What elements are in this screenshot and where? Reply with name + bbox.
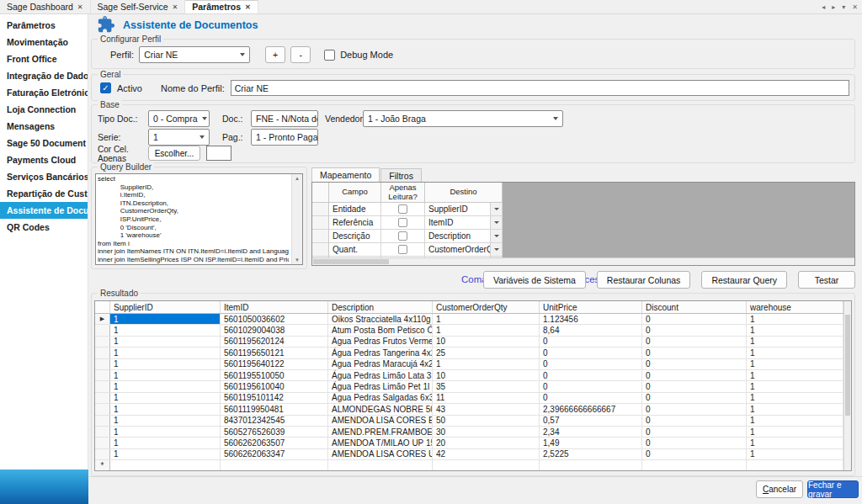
result-cell[interactable]: 2,5225: [540, 449, 642, 459]
sidebar-item-parâmetros[interactable]: Parâmetros: [0, 17, 88, 34]
perfil-dropdown[interactable]: Criar NE: [139, 46, 250, 63]
result-cell[interactable]: 0: [642, 325, 747, 335]
result-cell[interactable]: 1: [747, 370, 843, 380]
result-cell[interactable]: AMEND.PREM.FRAMBOE.CANDYCA...: [328, 427, 433, 437]
result-column-header[interactable]: Discount: [642, 301, 747, 313]
result-cell[interactable]: 5606262063507: [221, 438, 328, 448]
result-cell[interactable]: AMENDOA LISA CORES UP 180g: [328, 449, 433, 459]
result-cell[interactable]: 5601050036602: [221, 314, 328, 324]
result-cell[interactable]: 1: [747, 347, 843, 358]
result-cell[interactable]: Água Pedras Frutos Vermelhos 4x25cl: [328, 337, 433, 347]
result-cell[interactable]: 5601195640122: [221, 359, 328, 369]
close-icon[interactable]: ✕: [852, 3, 858, 11]
result-cell[interactable]: 5601119950481: [221, 404, 328, 414]
apenas-leitura-checkbox[interactable]: [398, 231, 407, 241]
table-row[interactable]: 15601195510050Água Pedras Limão Lata 33c…: [95, 370, 843, 381]
result-cell[interactable]: 1,49: [540, 438, 642, 448]
result-cell[interactable]: 1: [110, 314, 221, 324]
result-cell[interactable]: Água Pedras Tangerina 4x25cl: [328, 347, 433, 358]
query-scrollbar[interactable]: ▲ ▼: [291, 174, 302, 264]
apenas-leitura-checkbox[interactable]: [398, 245, 407, 254]
result-cell[interactable]: 1: [747, 449, 843, 459]
result-cell[interactable]: 0: [540, 337, 642, 347]
tab-sage-dashboard[interactable]: Sage Dashboard✕: [0, 0, 91, 13]
row-header[interactable]: [95, 404, 110, 414]
result-cell[interactable]: 1: [747, 325, 843, 335]
result-cell[interactable]: 0: [540, 359, 642, 369]
doc-dropdown[interactable]: FNE - N/Nota de Env: [251, 110, 318, 127]
row-header[interactable]: [95, 381, 110, 391]
result-cell[interactable]: 0: [540, 347, 642, 358]
result-cell[interactable]: 1: [433, 325, 540, 335]
result-cell[interactable]: 0: [642, 404, 747, 414]
result-cell[interactable]: 1: [747, 416, 843, 426]
tab-list-dropdown-icon[interactable]: ▾: [842, 3, 845, 11]
result-cell[interactable]: 1: [747, 393, 843, 403]
activo-checkbox[interactable]: ✓: [100, 82, 111, 93]
mapping-row-header[interactable]: [312, 216, 329, 230]
result-cell[interactable]: 5601195620124: [221, 337, 328, 347]
serie-dropdown[interactable]: 1: [148, 129, 210, 146]
result-cell[interactable]: 0: [642, 337, 747, 347]
pag-dropdown[interactable]: 1 - Pronto Pagament: [251, 129, 318, 146]
result-cell[interactable]: 1: [110, 381, 221, 391]
table-row[interactable]: 15601195650121Água Pedras Tangerina 4x25…: [95, 347, 843, 358]
row-header[interactable]: [95, 449, 110, 459]
result-cell[interactable]: [328, 460, 433, 470]
result-cell[interactable]: 5601195650121: [221, 347, 328, 358]
tipo-doc-dropdown[interactable]: 0 - Compra: [148, 110, 210, 127]
variáveis-de-sistema-button[interactable]: Variáveis de Sistema: [483, 271, 586, 289]
table-row[interactable]: 15601195610040Água Pedras Limão Pet 1l35…: [95, 381, 843, 392]
result-cell[interactable]: Água Pedras Limão Lata 33cl: [328, 370, 433, 380]
row-header[interactable]: [95, 427, 110, 437]
result-cell[interactable]: 0: [642, 449, 747, 459]
restaurar-query-button[interactable]: Restaurar Query: [701, 271, 787, 289]
result-cell[interactable]: 1: [110, 416, 221, 426]
sidebar-item-repartição-de-custos[interactable]: Repartição de Custos: [0, 185, 88, 202]
mapping-destino-dropdown[interactable]: SupplierID: [425, 203, 503, 216]
result-column-header[interactable]: warehouse: [747, 301, 843, 313]
result-grid-vscrollbar[interactable]: [843, 301, 851, 470]
result-cell[interactable]: 42: [433, 449, 540, 459]
table-row[interactable]: ▶15601050036602Oikos Stracciatella 4x110…: [95, 314, 843, 325]
remove-profile-button[interactable]: -: [290, 46, 311, 63]
sidebar-item-serviços-bancários-caixa[interactable]: Serviços Bancários Caixa: [0, 168, 88, 185]
result-cell[interactable]: 1: [110, 325, 221, 335]
result-cell[interactable]: 1.123456: [540, 314, 642, 324]
color-swatch[interactable]: [206, 146, 231, 161]
close-tab-icon[interactable]: ✕: [173, 3, 178, 11]
sidebar-item-loja-connection[interactable]: Loja Connection: [0, 101, 88, 118]
result-cell[interactable]: 10: [433, 337, 540, 347]
result-cell[interactable]: 1: [747, 314, 843, 324]
sidebar-item-front-office[interactable]: Front Office: [0, 50, 88, 67]
result-cell[interactable]: [221, 460, 328, 470]
result-cell[interactable]: 30: [433, 427, 540, 437]
result-cell[interactable]: Água Pedras Maracujá 4x25cl: [328, 359, 433, 369]
result-cell[interactable]: 8,64: [540, 325, 642, 335]
result-cell[interactable]: 1: [747, 438, 843, 448]
result-cell[interactable]: 35: [433, 381, 540, 391]
result-cell[interactable]: 1: [747, 404, 843, 414]
result-cell[interactable]: [747, 460, 843, 470]
result-cell[interactable]: 0: [642, 416, 747, 426]
result-column-header[interactable]: ItemID: [221, 301, 328, 313]
result-cell[interactable]: 5601029004038: [221, 325, 328, 335]
result-column-header[interactable]: SupplierID: [110, 301, 221, 313]
tab-parâmetros[interactable]: Parâmetros✕: [185, 0, 258, 13]
row-header[interactable]: [95, 393, 110, 403]
result-cell[interactable]: 8437012342545: [221, 416, 328, 426]
mapping-column-header[interactable]: Destino: [425, 183, 503, 203]
query-editor[interactable]: select SupplierID, i.ItemID, ITN.Descrip…: [95, 173, 303, 265]
result-cell[interactable]: 5601195510050: [221, 370, 328, 380]
row-header[interactable]: [95, 337, 110, 347]
nav-forward-icon[interactable]: ▸: [832, 3, 835, 11]
query-text[interactable]: select SupplierID, i.ItemID, ITN.Descrip…: [98, 175, 289, 263]
debug-mode-checkbox[interactable]: [324, 50, 335, 61]
scroll-up-icon[interactable]: ▲: [295, 176, 300, 181]
result-cell[interactable]: AMENDOA T/MILAO UP 150g: [328, 438, 433, 448]
result-cell[interactable]: 10: [433, 370, 540, 380]
result-cell[interactable]: [110, 460, 221, 470]
result-cell[interactable]: 1: [110, 359, 221, 369]
row-header[interactable]: [95, 359, 110, 369]
result-cell[interactable]: 5601195101142: [221, 393, 328, 403]
